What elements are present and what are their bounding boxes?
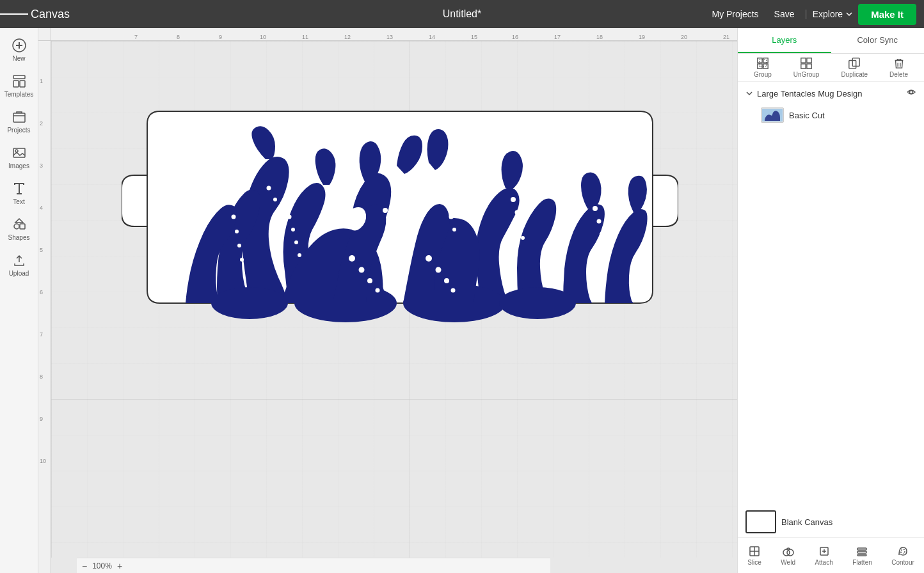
sidebar-item-upload[interactable]: Upload (3, 248, 36, 281)
slice-button[interactable]: Slice (747, 545, 761, 566)
sidebar-item-projects[interactable]: Projects (3, 105, 36, 138)
layer-group: Large Tentacles Mug Design Basic Cut (738, 82, 924, 132)
weld-button[interactable]: Weld (781, 545, 795, 566)
svg-point-60 (273, 198, 277, 201)
svg-point-39 (343, 195, 348, 200)
duplicate-button[interactable]: Duplicate (836, 54, 873, 81)
weld-icon (782, 545, 795, 558)
chevron-down-icon (845, 10, 853, 18)
tab-color-sync[interactable]: Color Sync (831, 28, 925, 53)
new-label: New (12, 55, 25, 62)
ungroup-button[interactable]: UnGroup (788, 54, 825, 81)
my-projects-button[interactable]: My Projects (706, 6, 763, 22)
svg-point-51 (521, 236, 525, 240)
blank-canvas-label: Blank Canvas (781, 517, 832, 527)
svg-point-42 (383, 208, 388, 213)
layer-item-name: Basic Cut (789, 111, 825, 120)
sidebar-item-new[interactable]: New (3, 33, 36, 67)
svg-rect-91 (857, 548, 866, 550)
attach-button[interactable]: Attach (815, 545, 832, 566)
ungroup-icon (800, 57, 813, 70)
svg-point-44 (390, 234, 394, 238)
layer-thumbnail (761, 107, 784, 123)
sidebar-item-templates[interactable]: Templates (3, 69, 36, 102)
svg-rect-77 (801, 64, 806, 68)
bottom-panel-tools: Slice Weld Attach Flatten (738, 537, 924, 573)
zoom-out-button[interactable]: − (82, 561, 87, 571)
nav-right: My Projects Save | Explore Make It (706, 4, 924, 25)
save-button[interactable]: Save (769, 6, 800, 22)
visibility-icon[interactable] (906, 87, 916, 97)
chevron-down-icon (745, 90, 753, 97)
slice-label: Slice (747, 559, 761, 566)
svg-point-50 (518, 223, 522, 227)
svg-point-43 (387, 221, 392, 226)
make-it-button[interactable]: Make It (858, 4, 916, 25)
svg-point-81 (910, 91, 913, 94)
flatten-icon (856, 545, 868, 558)
delete-icon (893, 57, 905, 70)
ruler-left: 1 2 3 4 5 6 7 8 9 10 (38, 41, 51, 573)
svg-rect-78 (807, 64, 811, 68)
svg-point-68 (444, 278, 449, 283)
svg-point-53 (597, 219, 601, 224)
svg-rect-70 (758, 58, 762, 63)
svg-rect-20 (13, 81, 19, 87)
svg-point-54 (600, 232, 603, 236)
svg-rect-19 (13, 75, 25, 79)
svg-point-38 (298, 253, 301, 257)
design-canvas[interactable] (122, 105, 678, 431)
svg-point-35 (287, 215, 292, 219)
left-sidebar: New Templates Projects Images Text (0, 28, 38, 573)
flatten-button[interactable]: Flatten (852, 545, 872, 566)
svg-point-47 (452, 228, 456, 232)
menu-button[interactable] (0, 0, 28, 28)
svg-rect-75 (801, 58, 806, 63)
svg-point-61 (276, 210, 280, 214)
svg-rect-28 (20, 224, 25, 229)
svg-rect-93 (857, 554, 866, 556)
svg-point-57 (237, 244, 241, 247)
svg-point-33 (499, 287, 576, 319)
bottom-bar: − 100% + (77, 558, 550, 573)
svg-point-65 (376, 288, 380, 293)
contour-icon (896, 545, 909, 558)
tab-layers[interactable]: Layers (738, 28, 831, 53)
text-label: Text (13, 198, 24, 205)
templates-icon (12, 74, 27, 89)
delete-label: Delete (889, 71, 908, 78)
thumbnail-icon (761, 108, 783, 122)
document-title: Untitled* (443, 8, 481, 20)
svg-point-58 (240, 258, 244, 262)
explore-button[interactable]: Explore (813, 9, 853, 19)
group-icon (756, 57, 769, 70)
svg-marker-29 (15, 219, 23, 223)
canvas-area[interactable]: 7 8 9 10 11 12 13 14 15 16 17 18 19 20 2… (38, 28, 737, 573)
layer-item[interactable]: Basic Cut (756, 104, 916, 127)
contour-label: Contour (891, 559, 914, 566)
sidebar-item-text[interactable]: Text (3, 177, 36, 210)
contour-button[interactable]: Contour (891, 545, 914, 566)
zoom-in-button[interactable]: + (117, 561, 122, 571)
svg-point-45 (444, 201, 449, 207)
delete-button[interactable]: Delete (884, 54, 913, 81)
svg-rect-21 (20, 81, 25, 87)
svg-rect-92 (857, 551, 866, 553)
group-label: Group (754, 71, 772, 78)
projects-label: Projects (7, 127, 30, 134)
sidebar-item-images[interactable]: Images (3, 141, 36, 174)
duplicate-icon (848, 57, 861, 70)
sidebar-item-shapes[interactable]: Shapes (3, 212, 36, 246)
weld-label: Weld (781, 559, 795, 566)
slice-icon (748, 545, 761, 558)
images-label: Images (8, 162, 29, 169)
layer-group-header[interactable]: Large Tentacles Mug Design (745, 87, 916, 100)
layer-group-name: Large Tentacles Mug Design (757, 89, 863, 98)
flatten-label: Flatten (852, 559, 872, 566)
upload-label: Upload (9, 270, 29, 277)
canvas-grid[interactable] (51, 41, 737, 558)
svg-point-69 (451, 288, 456, 293)
panel-toolbar: Group UnGroup Duplicate Delete (738, 54, 924, 82)
svg-point-36 (291, 228, 295, 232)
group-button[interactable]: Group (749, 54, 777, 81)
